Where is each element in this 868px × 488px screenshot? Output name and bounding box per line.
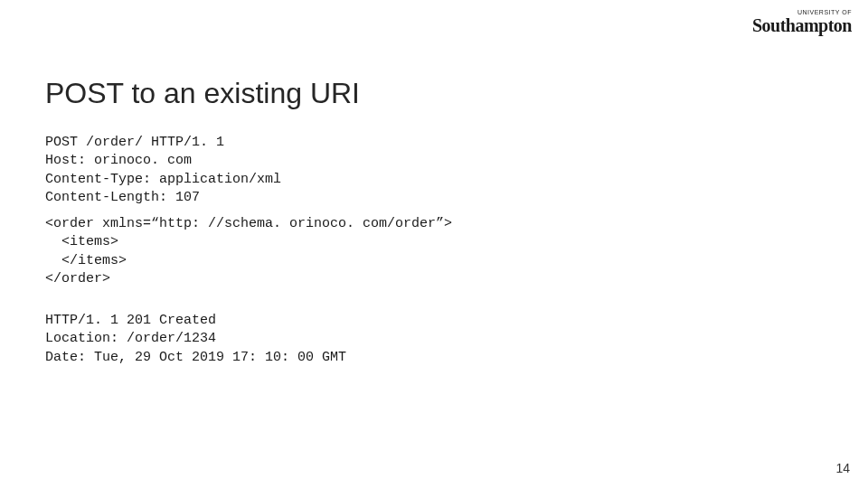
http-response: HTTP/1. 1 201 Created Location: /order/1… bbox=[45, 312, 346, 367]
http-request-body: <order xmlns=“http: //schema. orinoco. c… bbox=[45, 215, 452, 288]
http-request-headers: POST /order/ HTTP/1. 1 Host: orinoco. co… bbox=[45, 134, 281, 207]
page-number: 14 bbox=[835, 461, 850, 475]
slide-title: POST to an existing URI bbox=[45, 77, 360, 110]
logo: UNIVERSITY OF Southampton bbox=[752, 9, 852, 34]
logo-overline: UNIVERSITY OF bbox=[752, 9, 852, 15]
logo-main: Southampton bbox=[752, 15, 852, 35]
